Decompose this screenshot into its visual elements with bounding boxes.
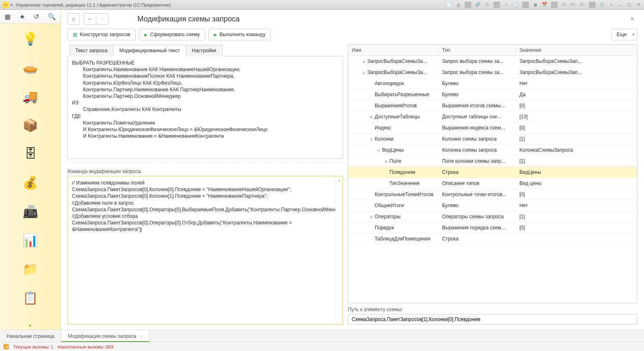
- main-area: ⌂ ← → Модификация схемы запроса × ▦ Конс…: [61, 10, 644, 330]
- titlebar-tools: 📄 🖨 🔗 ↻ ☆ 🕘 🖩 📅 M M+ M- ⓘ ▾ — ◻ ✕: [446, 2, 642, 8]
- sidebar-item-clipboard[interactable]: 📋: [21, 289, 39, 307]
- table-row[interactable]: ПорядокВыражения порядка схем...[0]: [348, 222, 637, 233]
- sidebar-item-shelf[interactable]: 🗄: [21, 145, 39, 163]
- more-button[interactable]: Еще: [612, 29, 637, 40]
- constructor-icon: ▦: [73, 32, 77, 37]
- scheme-tree-table[interactable]: Имя Тип Значение ⊕ЗапросВыбораСхемыЗа...…: [348, 44, 637, 303]
- bottom-tab-home[interactable]: Начальная страница: [0, 330, 61, 342]
- sidebar-item-money[interactable]: 💰: [21, 173, 39, 192]
- table-row[interactable]: АвтопорядокБулевоНет: [348, 78, 637, 89]
- back-button[interactable]: ←: [84, 13, 96, 25]
- home-button[interactable]: ⌂: [67, 13, 80, 25]
- apps-icon[interactable]: ▦: [5, 13, 11, 21]
- m-plus-icon[interactable]: M+: [570, 2, 577, 8]
- table-row[interactable]: ТипЗначенияОписание типовВид цены: [348, 178, 637, 189]
- sidebar-item-report[interactable]: 📊: [21, 231, 39, 249]
- tree-toggle-icon[interactable]: ⊕: [369, 115, 374, 119]
- clear-command-button[interactable]: ×: [335, 176, 343, 324]
- tool-icon[interactable]: 🔗: [475, 2, 481, 8]
- bottom-tabs: Начальная страница Модификация схемы зап…: [0, 330, 644, 342]
- info-icon[interactable]: ⓘ: [599, 2, 605, 8]
- tool-icon[interactable]: ↻: [484, 2, 490, 8]
- btn-label: Выполнить команду: [220, 32, 266, 37]
- command-label: Команда модификации запроса:: [67, 169, 343, 174]
- btn-label: Конструктор запросов: [80, 32, 130, 37]
- status-accumulated-calls: Накопленные вызовы: 603: [58, 344, 114, 349]
- query-constructor-button[interactable]: ▦ Конструктор запросов: [67, 29, 136, 40]
- history-icon[interactable]: 🕘: [512, 2, 519, 8]
- maximize-icon[interactable]: ◻: [626, 2, 632, 8]
- search-icon[interactable]: 🔍: [48, 13, 56, 21]
- app-logo-icon: 1c: [2, 2, 9, 8]
- status-bar: 📶 Текущие вызовы: 1 Накопленные вызовы: …: [0, 342, 644, 351]
- btn-label: Сформировать схему: [150, 32, 200, 37]
- table-row[interactable]: КонтрольныеТочкиИтоговКонтрольные точки …: [348, 189, 637, 200]
- m-minus-icon[interactable]: M-: [579, 2, 586, 8]
- tab-query-text[interactable]: Текст запроса: [69, 45, 114, 56]
- tree-toggle-icon[interactable]: ⊖: [361, 71, 366, 75]
- tree-toggle-icon[interactable]: ⊖: [369, 137, 374, 141]
- info-dd-icon[interactable]: ▾: [608, 2, 614, 8]
- tab-label: Начальная страница: [7, 333, 54, 339]
- tab-label: Модификация схемы запроса: [68, 333, 136, 339]
- table-row[interactable]: ⊖КолонкиКолонки схемы запроса[1]: [348, 134, 637, 145]
- col-value-header: Значение: [516, 45, 637, 55]
- command-text-area[interactable]: // Изменяем псевдонимы полей СхемаЗапрос…: [68, 176, 335, 324]
- bottom-tab-modification[interactable]: Модификация схемы запроса ×: [61, 330, 150, 342]
- calculator-icon[interactable]: 🖩: [532, 2, 539, 8]
- btn-label: Еще: [617, 32, 627, 37]
- close-icon[interactable]: ✕: [635, 2, 642, 8]
- path-input[interactable]: [348, 314, 637, 325]
- window-title: Управление торговлей, редакция 11.1 / Ад…: [14, 2, 446, 7]
- tool-icon[interactable]: 📄: [446, 2, 452, 8]
- tab-modified-text[interactable]: Модифицированный текст: [113, 45, 186, 56]
- left-sidebar: ▦ ★ ↺ 🔍 💡 🥧 🚚 📦 🗄 💰 📠 📊 📁 📋 ▼: [0, 10, 61, 330]
- execute-command-button[interactable]: ▶ Выполнить команду: [208, 29, 271, 40]
- m-icon[interactable]: M: [561, 2, 568, 8]
- table-row[interactable]: ВыбиратьРазрешенныеБулевоДа: [348, 89, 637, 100]
- command-text-wrap: // Изменяем псевдонимы полей СхемаЗапрос…: [67, 176, 343, 325]
- forward-button[interactable]: →: [96, 13, 109, 25]
- sidebar-scroll-down-icon[interactable]: ▼: [0, 322, 60, 330]
- table-row[interactable]: ИндексВыражения индекса схем...[0]: [348, 122, 637, 134]
- sidebar-item-scanner[interactable]: 📠: [21, 202, 39, 220]
- tree-toggle-icon[interactable]: ⊖: [376, 148, 381, 152]
- table-row[interactable]: ТаблицаДляПомещенияСтрока: [348, 233, 637, 245]
- calendar-icon[interactable]: 📅: [541, 2, 548, 8]
- play-icon: ▶: [144, 32, 148, 37]
- close-tab-icon[interactable]: ×: [140, 334, 143, 339]
- sidebar-item-delivery[interactable]: 🚚: [21, 87, 39, 105]
- minimize-icon[interactable]: —: [617, 2, 623, 8]
- query-text-area[interactable]: ВЫБРАТЬ РАЗРЕШЕННЫЕ Контрагенты.Наименов…: [67, 56, 343, 159]
- sidebar-item-chart[interactable]: 🥧: [21, 58, 39, 76]
- tool-icon[interactable]: 🖨: [455, 2, 461, 8]
- tab-settings[interactable]: Настройки: [186, 45, 222, 56]
- sidebar-item-boxes[interactable]: 📦: [21, 116, 39, 134]
- query-tabs: Текст запроса Модифицированный текст Нас…: [69, 44, 343, 56]
- sidebar-item-folders[interactable]: 📁: [21, 260, 39, 278]
- build-scheme-button[interactable]: ▶ Сформировать схему: [139, 29, 205, 40]
- tree-toggle-icon[interactable]: ⊕: [384, 159, 389, 164]
- tree-toggle-icon[interactable]: ⊕: [361, 60, 366, 64]
- tree-toggle-icon[interactable]: ⊕: [369, 215, 374, 219]
- recent-icon[interactable]: ↺: [34, 13, 39, 21]
- table-header: Имя Тип Значение: [348, 45, 637, 56]
- table-row[interactable]: ⊕ДоступныеТаблицыДоступные таблицы схе..…: [348, 111, 637, 122]
- sidebar-item-desk[interactable]: 💡: [21, 30, 39, 48]
- table-row[interactable]: ⊕ЗапросВыбораСхемыЗа...Запрос выбора схе…: [348, 56, 637, 67]
- table-row[interactable]: ⊕ОператорыОператоры схемы запроса[1]: [348, 211, 637, 222]
- status-icon: 📶: [3, 344, 9, 350]
- table-row[interactable]: ОбщиеИтогиБулевоНет: [348, 200, 637, 211]
- table-row[interactable]: ВыраженияИтоговВыражения итогов схемы...…: [348, 100, 637, 111]
- favorite-icon[interactable]: ☆: [503, 2, 510, 8]
- table-row[interactable]: ⊖ЗапросВыбораСхемыЗа...Запрос выбора схе…: [348, 67, 637, 78]
- status-current-calls: Текущие вызовы: 1: [13, 344, 53, 349]
- window-titlebar: 1c ▾ Управление торговлей, редакция 11.1…: [0, 0, 644, 10]
- close-page-button[interactable]: ×: [627, 14, 637, 24]
- table-row[interactable]: ⊖ВидЦеныКолонка схемы запросаКолонкаСхем…: [348, 145, 637, 156]
- table-row[interactable]: ПсевдонимСтрокаВидЦены: [348, 167, 637, 178]
- table-row[interactable]: ⊕ПоляПоля колонки схемы запр...[1]: [348, 156, 637, 167]
- app-menu-dropdown[interactable]: ▾: [9, 2, 14, 8]
- star-icon[interactable]: ★: [19, 13, 25, 21]
- path-label: Путь к элементу схемы:: [348, 307, 637, 312]
